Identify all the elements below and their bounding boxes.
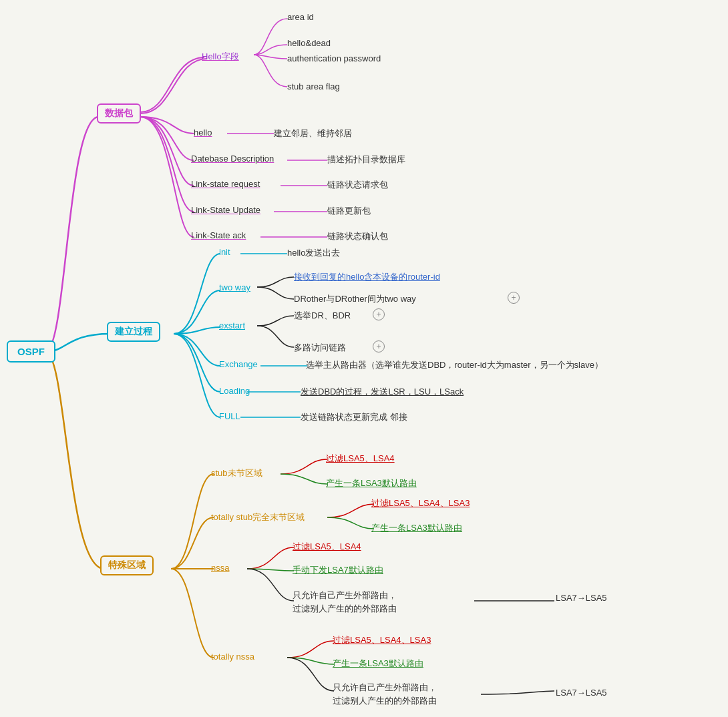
full-text: 发送链路状态更新完成 邻接: [301, 411, 407, 423]
exchange-text: 选举主从路由器（选举谁先发送DBD，router-id大为master，另一个为…: [306, 359, 603, 371]
nssa-text1: 过滤LSA5、LSA4: [293, 541, 361, 553]
totally-nssa-text3: 只允许自己产生外部路由，过滤别人产生的的外部路由: [333, 681, 437, 707]
link-state-request-label: Link-state request: [191, 179, 260, 189]
ospf-node: OSPF: [7, 340, 55, 363]
totally-nssa-text1: 过滤LSA5、LSA4、LSA3: [333, 634, 431, 646]
nssa-text3: 只允许自己产生外部路由，过滤别人产生的的外部路由: [293, 589, 397, 615]
totally-nssa-text2: 产生一条LSA3默认路由: [333, 658, 423, 670]
special-node: 特殊区域: [100, 555, 154, 575]
totally-stub-label: totally stub完全末节区域: [211, 511, 305, 523]
two-way-label: two way: [219, 282, 250, 292]
hello-desc-label: 建立邻居、维持邻居: [274, 128, 352, 140]
hello-dead-label: hello&dead: [287, 38, 331, 48]
auth-password-label: authentication password: [287, 53, 381, 63]
totally-stub-text1: 过滤LSA5、LSA4、LSA3: [371, 497, 470, 509]
exstart-text1: 选举DR、BDR: [294, 310, 351, 322]
establish-node: 建立过程: [107, 322, 160, 342]
init-text: hello发送出去: [287, 247, 340, 259]
link-state-update-label: Link-State Update: [191, 205, 260, 215]
packet-node: 数据包: [97, 103, 141, 124]
link-state-update-text: 链路更新包: [327, 205, 371, 217]
hello-label: hello: [194, 128, 212, 138]
exstart-label: exstart: [219, 320, 245, 330]
nssa-lsa-label: LSA7→LSA5: [556, 593, 607, 603]
two-way-text2: DRother与DRother间为two way: [294, 293, 416, 305]
totally-stub-text2: 产生一条LSA3默认路由: [371, 522, 462, 534]
exchange-label: Exchange: [219, 359, 258, 369]
link-state-ack-label: Link-State ack: [191, 230, 246, 240]
datebase-desc-label: Datebase Description: [191, 154, 274, 164]
link-state-ack-text: 链路状态确认包: [327, 230, 388, 242]
link-state-request-text: 链路状态请求包: [327, 179, 388, 191]
stub-text1: 过滤LSA5、LSA4: [326, 453, 395, 465]
loading-label: Loading: [219, 386, 250, 396]
two-way-text1: 接收到回复的hello含本设备的router-id: [294, 271, 440, 283]
totally-nssa-lsa-label: LSA7→LSA5: [556, 688, 607, 698]
hello-fields-label: Hello字段: [202, 51, 239, 63]
totally-nssa-label: totally nssa: [211, 652, 254, 662]
nssa-text2: 手动下发LSA7默认路由: [293, 564, 383, 576]
full-label: FULL: [219, 411, 240, 421]
plus-badge-twoway[interactable]: +: [508, 292, 520, 304]
nssa-label: nssa: [211, 563, 229, 573]
plus-badge-exstart1[interactable]: +: [373, 308, 385, 320]
stub-text2: 产生一条LSA3默认路由: [326, 477, 417, 489]
plus-badge-exstart2[interactable]: +: [373, 340, 385, 352]
datebase-desc-text: 描述拓扑目录数据库: [327, 154, 405, 166]
exstart-text2: 多路访问链路: [294, 342, 346, 354]
area-id-label: area id: [287, 12, 314, 22]
stub-area-flag-label: stub area flag: [287, 81, 340, 91]
loading-text: 发送DBD的过程，发送LSR，LSU，LSack: [301, 386, 464, 398]
init-label: init: [219, 247, 230, 257]
stub-label: stub未节区域: [211, 467, 262, 479]
